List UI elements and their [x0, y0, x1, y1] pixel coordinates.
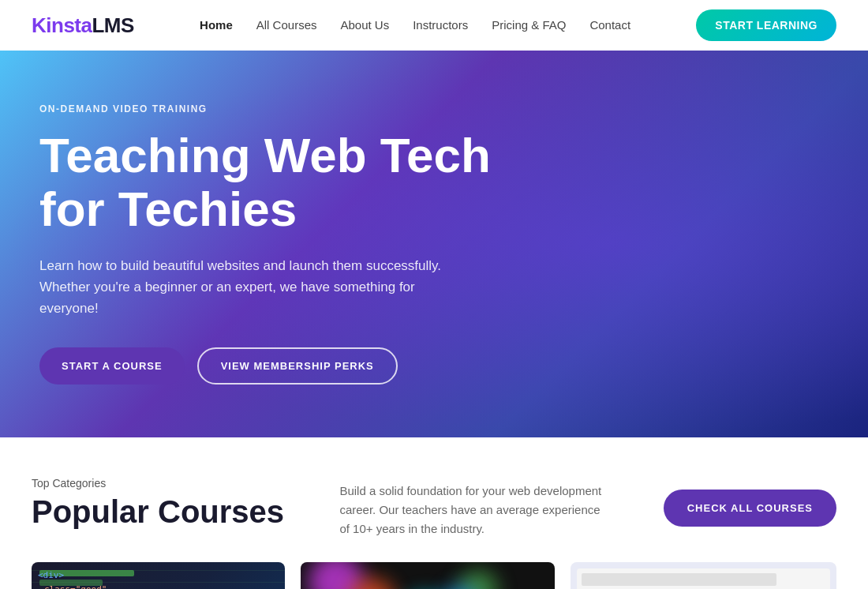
logo: KinstaLMS [32, 13, 134, 38]
popular-courses-title: Popular Courses [32, 494, 284, 530]
start-course-button[interactable]: START A COURSE [39, 347, 185, 385]
nav-item-home[interactable]: Home [200, 18, 233, 32]
hero-title: Teaching Web Tech for Techies [39, 129, 497, 236]
course-thumbnail-ui[interactable] [571, 562, 836, 589]
check-all-courses-button[interactable]: CHECK ALL COURSES [664, 490, 836, 527]
courses-description: Build a solid foundation for your web de… [339, 482, 608, 538]
nav-link-courses[interactable]: All Courses [256, 18, 317, 32]
membership-button[interactable]: VIEW MEMBERSHIP PERKS [197, 347, 398, 385]
logo-lms: LMS [92, 13, 133, 37]
courses-left: Top Categories Popular Courses [32, 477, 284, 530]
logo-kinsta: Kinsta [32, 13, 92, 37]
nav-item-courses[interactable]: All Courses [256, 18, 317, 32]
courses-section: Top Categories Popular Courses Build a s… [0, 437, 868, 589]
top-categories-label: Top Categories [32, 477, 284, 490]
nav-links: Home All Courses About Us Instructors Pr… [200, 18, 630, 32]
nav-item-instructors[interactable]: Instructors [413, 18, 468, 32]
nav-item-contact[interactable]: Contact [589, 18, 630, 32]
hero-badge: ON-DEMAND VIDEO TRAINING [39, 103, 497, 114]
nav-link-instructors[interactable]: Instructors [413, 18, 468, 32]
nav-link-about[interactable]: About Us [340, 18, 389, 32]
course-thumbnails: <div> class="good" </div> // for good me… [32, 562, 836, 589]
navbar: KinstaLMS Home All Courses About Us Inst… [0, 0, 868, 51]
course-thumbnail-bokeh[interactable] [301, 562, 554, 589]
nav-link-contact[interactable]: Contact [589, 18, 630, 32]
hero-content: ON-DEMAND VIDEO TRAINING Teaching Web Te… [39, 103, 497, 385]
nav-item-pricing[interactable]: Pricing & FAQ [492, 18, 566, 32]
courses-description-block: Build a solid foundation for your web de… [339, 477, 608, 538]
nav-item-about[interactable]: About Us [340, 18, 389, 32]
start-learning-button[interactable]: START LEARNING [696, 9, 836, 41]
course-thumbnail-code[interactable]: <div> class="good" </div> // for good me… [32, 562, 285, 589]
courses-header: Top Categories Popular Courses Build a s… [32, 477, 836, 538]
nav-link-home[interactable]: Home [200, 18, 233, 32]
hero-section: ON-DEMAND VIDEO TRAINING Teaching Web Te… [0, 51, 868, 437]
hero-buttons: START A COURSE VIEW MEMBERSHIP PERKS [39, 347, 497, 385]
nav-link-pricing[interactable]: Pricing & FAQ [492, 18, 566, 32]
hero-subtitle: Learn how to build beautiful websites an… [39, 255, 450, 320]
